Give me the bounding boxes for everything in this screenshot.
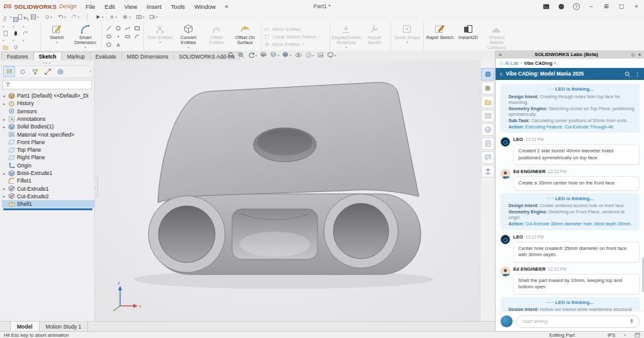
tree-item-history[interactable]: ▸History [2, 99, 94, 107]
menu-file[interactable]: File [86, 3, 95, 10]
tab-features[interactable]: Features [1, 52, 34, 60]
sketch-entity-textA-icon[interactable]: A [113, 41, 123, 49]
panel-collapse-handle[interactable]: ‹ [94, 177, 98, 197]
bottom-tab-model[interactable]: Model [10, 322, 40, 331]
section-view-icon[interactable] [260, 52, 267, 59]
microphone-icon[interactable] [629, 318, 635, 325]
rapid-sketch-button[interactable]: Rapid Sketch [426, 22, 454, 51]
forum-tab[interactable] [481, 151, 494, 164]
tree-item-top-plane[interactable]: Top Plane [2, 146, 94, 154]
fm-tabs-overflow-icon[interactable]: › [89, 69, 91, 74]
threedexperience-tab[interactable] [481, 68, 494, 81]
chat-back-icon[interactable]: ‹ [500, 70, 502, 77]
convert-entities-button[interactable]: Convert Entities▾ [174, 22, 203, 51]
menu-window[interactable]: Window [194, 3, 216, 10]
part-model[interactable] [134, 82, 433, 289]
undo-icon[interactable]: ▾ [57, 14, 66, 20]
close-icon[interactable]: × [633, 3, 640, 9]
breadcrumb-caret-icon[interactable]: ▾ [554, 61, 556, 65]
status-tag-icon[interactable] [635, 332, 640, 338]
display-style-icon[interactable]: ▾ [282, 52, 292, 59]
console-icon[interactable] [543, 3, 550, 10]
video-settings-icon[interactable]: ▾ [149, 14, 158, 20]
stop-icon[interactable]: ▾ [109, 14, 118, 20]
pin-menu-icon[interactable]: ➤ [223, 3, 230, 9]
zoom-area-icon[interactable] [238, 52, 245, 59]
sketch-entity-slot-icon[interactable] [123, 33, 132, 41]
displaymanager-tab[interactable] [55, 67, 65, 76]
sketch-button[interactable]: Sketch▾ [43, 22, 71, 51]
menu-view[interactable]: View [125, 3, 137, 10]
capture-icon[interactable]: ▾ [136, 14, 145, 20]
configurationmanager-tab[interactable] [30, 67, 40, 76]
sketch-entity-arc-icon[interactable] [132, 33, 142, 41]
tree-item-origin[interactable]: Origin [2, 162, 94, 169]
sketch-entity-poly-icon[interactable] [104, 41, 113, 49]
bottom-tab-motion-study-1[interactable]: Motion Study 1 [40, 322, 89, 331]
tab-markup[interactable]: Markup [61, 52, 90, 60]
tree-item-cut-extrude1[interactable]: ▸Cut-Extrude1 [2, 185, 94, 193]
home-icon[interactable]: ⌂ [500, 60, 503, 66]
chat-messages[interactable]: · · · LEO is thinking...-Design Intent: … [496, 80, 644, 311]
home-icon[interactable]: ⌂▾ [3, 16, 9, 29]
dimxpertmanager-tab[interactable] [42, 67, 53, 76]
labs-options-icon[interactable]: ◎ [631, 52, 635, 57]
tree-item-cut-extrude2[interactable]: ▸Cut-Extrude2 [2, 193, 94, 200]
chat-input[interactable] [521, 318, 626, 325]
globe-icon[interactable] [558, 3, 565, 10]
sketch-entity-circle-icon[interactable] [113, 25, 123, 33]
tree-filter[interactable] [3, 80, 92, 89]
tree-item-solid-bodies-1-[interactable]: ▸Solid Bodies(1) [2, 123, 94, 130]
tree-item-material-not-specified-[interactable]: Material <not specified> [2, 130, 94, 138]
chat-search-icon[interactable] [625, 71, 631, 77]
view-palette-tab[interactable] [481, 110, 494, 122]
propertymanager-tab[interactable] [17, 67, 28, 76]
view-settings-icon[interactable]: ▾ [327, 52, 336, 59]
previous-view-icon[interactable]: ▾ [248, 52, 257, 59]
help-icon[interactable]: ? [573, 3, 580, 10]
status-units[interactable]: IPS [608, 332, 616, 338]
graphics-area[interactable]: z x [95, 60, 480, 321]
tree-item-fillet1[interactable]: Fillet1 [2, 177, 94, 184]
apply-scene-icon[interactable] [317, 52, 324, 59]
tree-item-sensors[interactable]: Sensors [2, 108, 94, 115]
tree-item-shell1[interactable]: Shell1 [2, 200, 94, 208]
restore-icon[interactable]: ▢ [618, 3, 625, 9]
menu-tools[interactable]: Tools [171, 3, 185, 10]
custom-properties-tab[interactable] [481, 137, 494, 150]
instant2d-button[interactable]: Instant2D [454, 22, 482, 51]
collapse-panel-icon[interactable]: « [499, 52, 502, 58]
undo-icon[interactable]: ▾ [23, 16, 29, 29]
view-orientation-icon[interactable]: ▾ [270, 52, 280, 59]
file-explorer-tab[interactable] [481, 96, 494, 108]
offset-on-surface-button[interactable]: Offset On Surface [231, 22, 259, 51]
labs-pin-icon[interactable]: ➤ [636, 52, 643, 58]
new-document-icon[interactable]: ▾ [3, 30, 9, 43]
sketch-entity-point-icon[interactable] [113, 33, 123, 41]
user-profile-tab[interactable] [481, 165, 494, 177]
breadcrumb-current[interactable]: Vibe CADing [524, 60, 552, 66]
tree-root-part1[interactable]: ▾Part1 (Default) <<Default>_Di [2, 92, 94, 99]
sketch-entity-rect-icon[interactable] [132, 25, 142, 33]
sketch-entity-ellipse-icon[interactable] [104, 33, 113, 41]
hide-show-items-icon[interactable] [295, 52, 302, 59]
settings-icon[interactable]: ▾ [44, 14, 53, 20]
minimize-icon[interactable]: – [587, 3, 595, 9]
chat-menu-icon[interactable]: ⋮ [635, 71, 640, 77]
tree-item-right-plane[interactable]: Right Plane [2, 154, 94, 161]
menu-edit[interactable]: Edit [104, 3, 114, 10]
featuremanager-tab[interactable] [3, 66, 15, 77]
appearances-tab[interactable] [481, 123, 494, 136]
tab-evaluate[interactable]: Evaluate [90, 52, 122, 60]
record-icon[interactable]: ▾ [122, 14, 131, 20]
breadcrumb-ai-lab[interactable]: AI Lab [505, 60, 519, 66]
tree-item-boss-extrude1[interactable]: ▸Boss-Extrude1 [2, 169, 94, 177]
tab-sketch[interactable]: Sketch [33, 52, 62, 60]
panel-drag-handle[interactable]: ••• [0, 60, 94, 65]
redo-icon[interactable]: ▾ [23, 30, 29, 43]
menu-insert[interactable]: Insert [147, 3, 162, 10]
sketch-entity-line-icon[interactable] [104, 25, 113, 33]
tree-item-front-plane[interactable]: Front Plane [2, 138, 94, 146]
layout-icon[interactable]: ⊞ [602, 3, 610, 9]
play-icon[interactable]: ▾ [95, 14, 104, 20]
